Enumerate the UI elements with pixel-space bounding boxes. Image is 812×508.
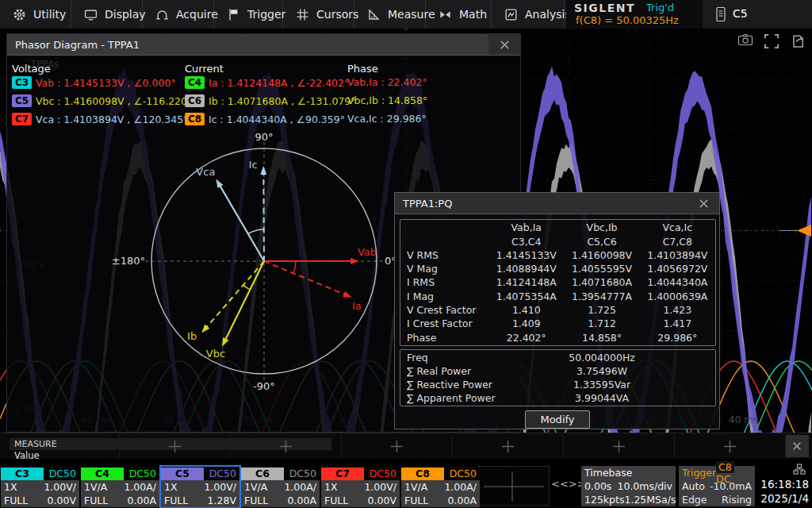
channel-badge-c8: C8: [401, 468, 444, 480]
channel-coupling: DC50: [209, 468, 239, 479]
add-measurement-icon[interactable]: [611, 439, 626, 454]
pq-cell: 29.986°: [640, 332, 715, 344]
pq-row-label: V Mag: [400, 263, 488, 275]
pq-summary: Freq50.004000Hz∑ Real Power3.75496W∑ Rea…: [400, 349, 716, 406]
channel-scale: 1.00V/: [204, 481, 236, 493]
pq-cell: 1.4088944V: [488, 263, 564, 275]
measure-slot-separator: [341, 435, 342, 458]
pq-data-row: V Mag1.4088944V1.4055595V1.4056972V: [400, 263, 715, 275]
pq-row-label: V RMS: [400, 249, 488, 261]
trigger-box[interactable]: Trigger C8 DC Auto-10.0mA EdgeRising: [679, 466, 755, 506]
pq-cell: Vbc,Ib: [564, 221, 639, 233]
pq-row-label: I RMS: [400, 276, 488, 288]
pq-dialog[interactable]: TPPA1:PQ Vab,IaVbc,IbVca,IcC3,C4C5,C6C7,…: [394, 192, 720, 429]
active-channel-indicator[interactable]: C5: [733, 7, 748, 20]
channel-probe: 1X: [164, 481, 178, 493]
vector-Ic: [263, 171, 264, 261]
channel-badge-c4: C4: [81, 468, 124, 480]
trigger-mode: Auto: [682, 480, 705, 492]
close-icon[interactable]: [688, 193, 719, 214]
add-measurement-icon[interactable]: [500, 439, 515, 454]
channel-box-c3[interactable]: C3DC501X1.00V/FULL0.00V: [1, 467, 79, 507]
pq-row-label: [400, 236, 488, 248]
trigger-type: Edge: [682, 494, 707, 506]
pq-cell: C5,C6: [564, 236, 639, 248]
clock-cell: 16:18:18 2025/1/4: [758, 462, 810, 508]
pq-cell: 14.858°: [564, 332, 639, 344]
menu-item-label: Analysis: [525, 8, 571, 21]
menu-item-trigger[interactable]: Trigger: [214, 0, 283, 29]
menu-item-utility[interactable]: Utility: [0, 0, 71, 29]
channel-box-c4[interactable]: C4DC501V/A1.00A/FULL0.00A: [81, 467, 159, 507]
pq-cell: 1.417: [640, 318, 715, 329]
menu-item-label: Math: [459, 8, 487, 21]
add-measurement-icon[interactable]: [167, 439, 182, 454]
x-axis-label: 40 ms: [729, 414, 758, 425]
display-icon: [84, 8, 98, 21]
channel-offset: 0.00A: [448, 495, 477, 506]
pq-row-label: Phase: [400, 332, 488, 344]
math-icon: [439, 8, 452, 21]
channel-badge-c5: C5: [161, 468, 204, 480]
add-measurement-icon[interactable]: [389, 439, 404, 454]
modify-button[interactable]: Modify: [525, 410, 590, 429]
network-icon[interactable]: [793, 464, 806, 475]
pq-cell: C7,C8: [640, 236, 715, 248]
document-icon[interactable]: [714, 6, 727, 22]
flag-icon: [227, 8, 240, 21]
trigger-title: Trigger: [682, 467, 716, 479]
phase-arc: [248, 229, 264, 233]
cursors-icon: [296, 8, 309, 21]
channel-bandwidth: FULL: [4, 495, 28, 506]
trigger-level: -10.0mA: [710, 480, 752, 492]
pq-cell: 22.402°: [488, 332, 564, 344]
pq-data-row: V RMS1.4145133V1.4160098V1.4103894V: [400, 249, 715, 261]
channel-box-c7[interactable]: C7DC501X1.00V/FULL0.00V: [321, 467, 400, 507]
channel-bandwidth: FULL: [324, 495, 348, 506]
menu-item-display[interactable]: Display: [71, 0, 143, 29]
pq-header-row: Vab,IaVbc,IbVca,Ic: [400, 221, 715, 233]
pq-dialog-titlebar[interactable]: TPPA1:PQ: [395, 193, 719, 214]
menu-item-measure[interactable]: Measure: [354, 0, 426, 29]
acquire-icon: [155, 8, 169, 21]
phasor-axis-label: 90°: [255, 131, 273, 143]
measure-slot-separator: [119, 435, 120, 458]
pq-summary-row: ∑ Reactive Power1.33595Var: [400, 379, 715, 391]
pq-table: Vab,IaVbc,IbVca,IcC3,C4C5,C6C7,C8V RMS1.…: [400, 219, 716, 346]
pq-cell: 1.4103894V: [640, 249, 715, 261]
flip-page-icon[interactable]: [790, 33, 806, 48]
add-measurement-icon[interactable]: [722, 439, 737, 454]
channel-offset: 0.00V: [48, 495, 76, 506]
vector-label-Vca: Vca: [196, 166, 215, 178]
pq-summary-label: ∑ Real Power: [400, 365, 471, 377]
menu-item-analysis[interactable]: Analysis: [492, 0, 565, 29]
channel-box-c5[interactable]: C5DC501X1.00V/FULL1.28V: [161, 467, 239, 507]
pq-data-row: I Mag1.4075354A1.3954777A1.4000639A: [400, 291, 715, 302]
vector-Ia: [264, 261, 347, 295]
offset-crosshair-box[interactable]: [478, 466, 550, 506]
channel-offset: 0.00A: [128, 495, 156, 506]
vector-Vbc: [224, 261, 264, 342]
trigger-level-marker: [797, 225, 811, 237]
add-measurement-icon[interactable]: [278, 439, 293, 454]
vector-Ib: [205, 261, 264, 329]
pq-cell: 1.4160098V: [564, 249, 639, 261]
timebase-box[interactable]: Timebase 0.00s10.0ms/div 125kpts1.25MSa/…: [581, 466, 676, 506]
pq-cell: 1.4071680A: [564, 276, 639, 288]
menu-item-math[interactable]: Math: [426, 0, 492, 29]
measure-close-icon[interactable]: [785, 435, 809, 457]
menu-item-acquire[interactable]: Acquire: [143, 0, 214, 29]
clock-date: 2025/1/4: [760, 492, 809, 505]
analysis-icon: [504, 8, 518, 21]
vector-Vca: [218, 183, 264, 261]
camera-icon[interactable]: [737, 33, 753, 48]
measure-slot-separator: [230, 435, 231, 458]
fullscreen-icon[interactable]: [764, 33, 779, 48]
phasor-axis-label: -90°: [253, 380, 275, 392]
menu-item-cursors[interactable]: Cursors: [283, 0, 354, 29]
channel-box-c6[interactable]: C6DC501V/A1.00A/FULL0.00A: [241, 467, 320, 507]
timebase-points: 125kpts: [584, 494, 624, 506]
channel-offset: 0.00V: [368, 495, 396, 506]
channel-box-c8[interactable]: C8DC501V/A1.00A/FULL0.00A: [401, 467, 480, 507]
measure-slot-separator: [452, 435, 453, 458]
